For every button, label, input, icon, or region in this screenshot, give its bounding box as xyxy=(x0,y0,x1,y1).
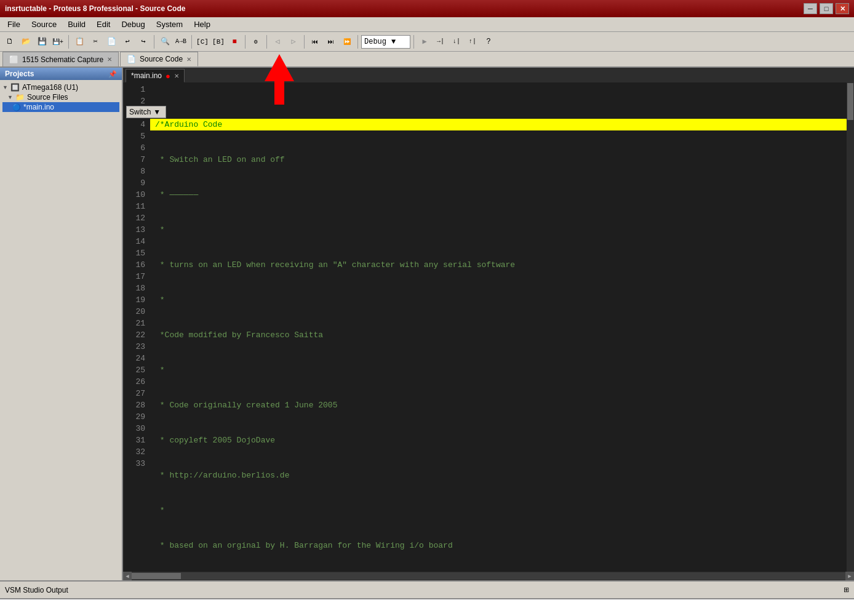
tab-schematic[interactable]: ⬜ 1515 Schematic Capture ✕ xyxy=(2,52,119,66)
code-line-1: /*Arduino Code xyxy=(150,119,847,130)
tb-forward[interactable]: ▷ xyxy=(286,34,301,49)
code-line-8: * xyxy=(150,364,847,376)
tab-source[interactable]: 📄 Source Code ✕ xyxy=(120,52,198,66)
sep4 xyxy=(245,35,245,49)
tb-open[interactable]: 📂 xyxy=(18,34,33,49)
schematic-tab-close[interactable]: ✕ xyxy=(107,56,112,63)
tb-step[interactable]: →| xyxy=(433,34,448,49)
vsm-output-label: VSM Studio Output xyxy=(5,586,68,594)
sep2 xyxy=(154,35,154,49)
vertical-scrollbar[interactable] xyxy=(847,82,854,572)
tb-debug1[interactable]: ⏮ xyxy=(308,34,322,49)
tb-run[interactable]: ▶ xyxy=(417,34,432,49)
tree-item-source-files[interactable]: ▼ 📁 Source Files xyxy=(2,92,119,102)
tb-redo[interactable]: ↪ xyxy=(136,34,151,49)
tree-chip-icon: 🔲 xyxy=(10,83,20,92)
line-numbers: 12345 678910 1112131415 1617181920 21222… xyxy=(123,82,150,572)
code-area: *main.ino ● ✕ 12345 678910 1112131415 16… xyxy=(123,68,854,580)
window-controls: ─ □ ✕ xyxy=(804,3,849,14)
arrow-source-files: ▼ xyxy=(7,94,13,100)
code-content: 12345 678910 1112131415 1617181920 21222… xyxy=(123,82,854,572)
arrow-root: ▼ xyxy=(2,84,8,90)
menu-build[interactable]: Build xyxy=(63,17,90,31)
code-line-10: * copyleft 2005 DojoDave xyxy=(150,434,847,446)
projects-pin[interactable]: 📌 xyxy=(108,70,117,78)
vsm-output-panel: VSM Studio Output ⊞ xyxy=(0,580,854,599)
menu-debug[interactable]: Debug xyxy=(116,17,150,31)
code-line-3: * —————— xyxy=(150,189,847,201)
tb-back[interactable]: ◁ xyxy=(270,34,285,49)
tb-build[interactable]: [B] xyxy=(211,34,226,49)
scroll-right-arrow[interactable]: ▶ xyxy=(845,572,854,580)
scrollbar-thumb[interactable] xyxy=(847,83,853,120)
file-icon-main-ino: 🔵 xyxy=(12,103,21,111)
tb-step-out[interactable]: ↑| xyxy=(465,34,480,49)
tb-cut[interactable]: ✂ xyxy=(88,34,103,49)
file-tabs: *main.ino ● ✕ xyxy=(123,68,854,82)
scroll-thumb[interactable] xyxy=(132,573,181,579)
code-line-11: * http://arduino.berlios.de xyxy=(150,470,847,481)
tb-save-all[interactable]: 💾+ xyxy=(50,34,65,49)
menu-source[interactable]: Source xyxy=(26,17,62,31)
tb-find[interactable]: 🔍 xyxy=(158,34,172,49)
menu-edit[interactable]: Edit xyxy=(92,17,115,31)
close-button[interactable]: ✕ xyxy=(836,3,849,14)
title-bar: insrtuctable - Proteus 8 Professional - … xyxy=(0,0,854,17)
tb-debug2[interactable]: ⏭ xyxy=(324,34,338,49)
tb-compile[interactable]: [C] xyxy=(195,34,210,49)
file-tab-label: *main.ino xyxy=(131,71,162,80)
tree-source-files-label: Source Files xyxy=(27,93,68,102)
tb-save[interactable]: 💾 xyxy=(34,34,49,49)
folder-icon-source-files: 📁 xyxy=(15,93,25,102)
tb-step-into[interactable]: ↓| xyxy=(449,34,464,49)
source-tab-close[interactable]: ✕ xyxy=(186,56,191,63)
title-text: insrtuctable - Proteus 8 Professional - … xyxy=(5,4,185,13)
code-line-12: * xyxy=(150,505,847,516)
sep7 xyxy=(357,35,358,49)
tree-item-main-ino[interactable]: 🔵 *main.ino xyxy=(2,102,119,112)
source-tab-label: Source Code xyxy=(140,55,183,63)
tree-item-root[interactable]: ▼ 🔲 ATmega168 (U1) xyxy=(2,82,119,92)
file-tab-close[interactable]: ✕ xyxy=(174,73,179,79)
minimize-button[interactable]: ─ xyxy=(804,3,817,14)
horizontal-scrollbar[interactable]: ◀ ▶ xyxy=(123,572,854,580)
code-line-4: * xyxy=(150,224,847,236)
tree-root-label: ATmega168 (U1) xyxy=(22,83,78,92)
tb-help[interactable]: ? xyxy=(481,34,496,49)
tb-paste[interactable]: 📄 xyxy=(104,34,119,49)
maximize-button[interactable]: □ xyxy=(820,3,833,14)
projects-panel: Projects 📌 ▼ 🔲 ATmega168 (U1) ▼ 📁 Source… xyxy=(0,68,123,580)
debug-dropdown[interactable]: Debug ▼ xyxy=(361,35,410,49)
code-line-2: * Switch an LED on and off xyxy=(150,154,847,166)
tb-debug3[interactable]: ⏩ xyxy=(340,34,354,49)
code-editor[interactable]: /*Arduino Code * Switch an LED on and of… xyxy=(150,82,847,572)
tb-settings[interactable]: ⚙ xyxy=(249,34,263,49)
schematic-tab-icon: ⬜ xyxy=(9,55,18,64)
vsm-output-content xyxy=(0,599,854,616)
toolbar: 🗋 📂 💾 💾+ 📋 ✂ 📄 ↩ ↪ 🔍 A→B [C] [B] ■ ⚙ ◁ ▷… xyxy=(0,32,854,52)
tb-undo[interactable]: ↩ xyxy=(120,34,135,49)
tb-new[interactable]: 🗋 xyxy=(2,34,17,49)
schematic-tab-label: 1515 Schematic Capture xyxy=(22,55,103,64)
menu-system[interactable]: System xyxy=(151,17,188,31)
dropdown-arrow[interactable]: ▼ xyxy=(391,38,396,46)
code-line-9: * Code originally created 1 June 2005 xyxy=(150,399,847,411)
main-layout: Projects 📌 ▼ 🔲 ATmega168 (U1) ▼ 📁 Source… xyxy=(0,68,854,580)
source-tab-icon: 📄 xyxy=(127,55,136,63)
code-line-6: * xyxy=(150,294,847,306)
code-line-5: * turns on an LED when receiving an "A" … xyxy=(150,259,847,271)
file-tab-main-ino[interactable]: *main.ino ● ✕ xyxy=(126,69,185,82)
sep6 xyxy=(304,35,305,49)
menu-help[interactable]: Help xyxy=(189,17,215,31)
tb-stop[interactable]: ■ xyxy=(227,34,242,49)
tb-replace[interactable]: A→B xyxy=(174,34,188,49)
tb-copy[interactable]: 📋 xyxy=(72,34,87,49)
project-tree: ▼ 🔲 ATmega168 (U1) ▼ 📁 Source Files Swit… xyxy=(0,80,122,580)
menu-file[interactable]: File xyxy=(2,17,25,31)
vsm-output-icon[interactable]: ⊞ xyxy=(844,586,849,594)
scroll-track[interactable] xyxy=(132,572,845,580)
sep5 xyxy=(266,35,267,49)
scroll-left-arrow[interactable]: ◀ xyxy=(123,572,132,580)
code-line-13: * based on an orginal by H. Barragan for… xyxy=(150,540,847,551)
sep3 xyxy=(191,35,192,49)
